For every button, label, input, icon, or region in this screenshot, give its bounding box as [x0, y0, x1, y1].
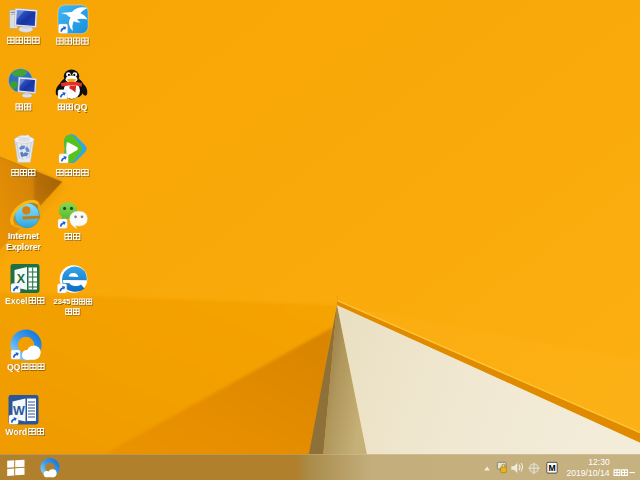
svg-text:12:30: 12:30 — [588, 457, 610, 467]
svg-text:M: M — [548, 463, 555, 473]
svg-text:Excel: Excel — [5, 296, 27, 306]
svg-text:2019/10/14: 2019/10/14 — [567, 468, 610, 478]
svg-text:QQ: QQ — [74, 102, 88, 112]
svg-text:Internet: Internet — [8, 231, 39, 241]
svg-text:Word: Word — [6, 427, 28, 437]
svg-text:Explorer: Explorer — [6, 242, 41, 252]
svg-text:QQ: QQ — [7, 362, 21, 372]
svg-text:2345: 2345 — [54, 297, 72, 306]
